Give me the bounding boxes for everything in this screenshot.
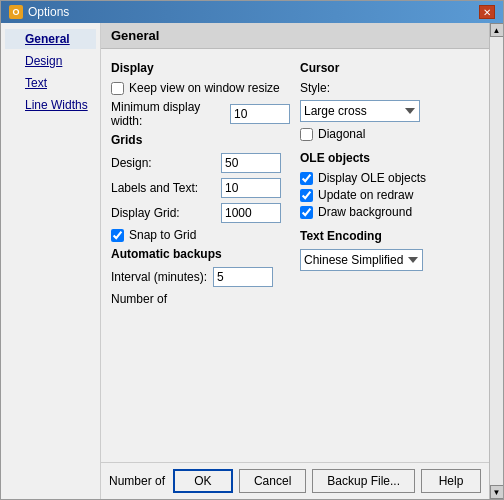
grids-group-label: Grids — [111, 133, 290, 147]
min-width-input[interactable] — [230, 104, 290, 124]
backups-group-label: Automatic backups — [111, 247, 290, 261]
snap-checkbox[interactable] — [111, 229, 124, 242]
number-of-row: Number of — [111, 292, 290, 306]
sidebar-item-linewidths[interactable]: Line Widths — [5, 95, 96, 115]
backup-button[interactable]: Backup File... — [312, 469, 415, 493]
labels-text-input[interactable] — [221, 178, 281, 198]
two-column-layout: Display Keep view on window resize Minim… — [111, 57, 479, 311]
snap-label: Snap to Grid — [129, 228, 196, 242]
labels-text-row: Labels and Text: — [111, 178, 290, 198]
content-area: Display Keep view on window resize Minim… — [101, 49, 489, 462]
scroll-track[interactable] — [490, 37, 503, 485]
backups-section: Automatic backups Interval (minutes): Nu… — [111, 247, 290, 306]
min-width-row: Minimum display width: — [111, 100, 290, 128]
update-redraw-row: Update on redraw — [300, 188, 479, 202]
sidebar-label-linewidths: Line Widths — [25, 98, 88, 112]
number-of-bottom-label: Number of — [109, 474, 165, 488]
section-header: General — [101, 23, 489, 49]
cursor-style-row: Style: — [300, 81, 479, 95]
text-encoding-group: Text Encoding Chinese Simplified UTF-8 L… — [300, 229, 479, 271]
draw-bg-checkbox[interactable] — [300, 206, 313, 219]
sidebar-item-text[interactable]: Text — [5, 73, 96, 93]
title-bar: O Options ✕ — [1, 1, 503, 23]
min-width-label: Minimum display width: — [111, 100, 224, 128]
sidebar-label-text: Text — [25, 76, 47, 90]
update-redraw-label: Update on redraw — [318, 188, 413, 202]
text-encoding-select[interactable]: Chinese Simplified UTF-8 Latin-1 — [300, 249, 423, 271]
help-button[interactable]: Help — [421, 469, 481, 493]
window-title: Options — [28, 5, 69, 19]
cursor-style-label: Style: — [300, 81, 330, 95]
cursor-group-label: Cursor — [300, 61, 479, 75]
main-content: General Display Keep view on window resi… — [101, 23, 489, 499]
cursor-style-select[interactable]: Large cross Small cross Arrow — [300, 100, 420, 122]
display-grid-label: Display Grid: — [111, 206, 221, 220]
scroll-down-button[interactable]: ▼ — [490, 485, 504, 499]
keep-view-checkbox[interactable] — [111, 82, 124, 95]
draw-bg-label: Draw background — [318, 205, 412, 219]
text-encoding-select-row: Chinese Simplified UTF-8 Latin-1 — [300, 249, 479, 271]
interval-input[interactable] — [213, 267, 273, 287]
interval-row: Interval (minutes): — [111, 267, 290, 287]
left-column: Display Keep view on window resize Minim… — [111, 57, 290, 311]
keep-view-row: Keep view on window resize — [111, 81, 290, 95]
labels-text-label: Labels and Text: — [111, 181, 221, 195]
cursor-select-row: Large cross Small cross Arrow — [300, 100, 479, 122]
close-button[interactable]: ✕ — [479, 5, 495, 19]
grids-section: Grids Design: Labels and Text: Display G… — [111, 133, 290, 242]
sidebar-item-design[interactable]: Design — [5, 51, 96, 71]
number-of-label: Number of — [111, 292, 167, 306]
scroll-up-button[interactable]: ▲ — [490, 23, 504, 37]
design-row: Design: — [111, 153, 290, 173]
right-column: Cursor Style: Large cross Small cross Ar… — [300, 57, 479, 311]
ole-group-label: OLE objects — [300, 151, 479, 165]
draw-bg-row: Draw background — [300, 205, 479, 219]
scrollbar: ▲ ▼ — [489, 23, 503, 499]
sidebar: General Design Text Line Widths — [1, 23, 101, 499]
display-group-label: Display — [111, 61, 290, 75]
display-grid-row: Display Grid: — [111, 203, 290, 223]
app-icon: O — [9, 5, 23, 19]
display-grid-input[interactable] — [221, 203, 281, 223]
keep-view-label: Keep view on window resize — [129, 81, 280, 95]
text-encoding-group-label: Text Encoding — [300, 229, 479, 243]
display-ole-label: Display OLE objects — [318, 171, 426, 185]
design-label: Design: — [111, 156, 221, 170]
design-input[interactable] — [221, 153, 281, 173]
snap-row: Snap to Grid — [111, 228, 290, 242]
update-redraw-checkbox[interactable] — [300, 189, 313, 202]
bottom-bar: Number of OK Cancel Backup File... Help — [101, 462, 489, 499]
ole-group: OLE objects Display OLE objects Update o… — [300, 151, 479, 219]
window-body: General Design Text Line Widths General — [1, 23, 503, 499]
diagonal-label: Diagonal — [318, 127, 365, 141]
sidebar-item-general[interactable]: General — [5, 29, 96, 49]
interval-label: Interval (minutes): — [111, 270, 207, 284]
diagonal-row: Diagonal — [300, 127, 479, 141]
cancel-button[interactable]: Cancel — [239, 469, 306, 493]
display-ole-row: Display OLE objects — [300, 171, 479, 185]
ok-button[interactable]: OK — [173, 469, 233, 493]
sidebar-label-design: Design — [25, 54, 62, 68]
title-bar-left: O Options — [9, 5, 69, 19]
display-ole-checkbox[interactable] — [300, 172, 313, 185]
options-window: O Options ✕ General Design Text Line Wid… — [0, 0, 504, 500]
diagonal-checkbox[interactable] — [300, 128, 313, 141]
sidebar-label-general: General — [25, 32, 70, 46]
